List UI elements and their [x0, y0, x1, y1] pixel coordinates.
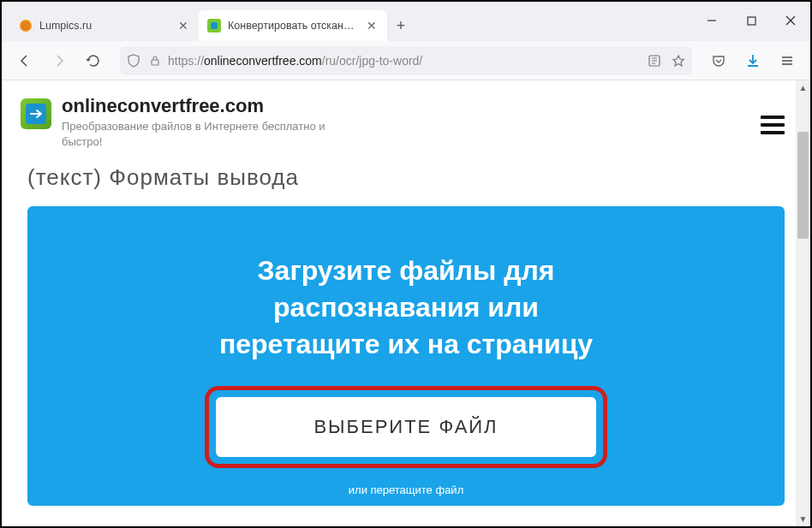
convert-favicon-icon — [207, 19, 221, 33]
orange-favicon-icon — [19, 19, 33, 33]
close-icon[interactable]: ✕ — [365, 19, 379, 33]
maximize-button[interactable] — [731, 2, 771, 39]
select-file-button[interactable]: ВЫБЕРИТЕ ФАЙЛ — [216, 397, 596, 457]
minimize-button[interactable] — [692, 2, 731, 39]
site-tagline: Преобразование файлов в Интернете беспла… — [62, 119, 353, 150]
close-window-button[interactable] — [771, 2, 810, 39]
reader-icon[interactable] — [648, 54, 661, 68]
svg-rect-8 — [152, 60, 158, 65]
tab-lumpics[interactable]: Lumpics.ru ✕ — [10, 10, 199, 41]
tab-convert[interactable]: Конвертировать отсканирован ✕ — [199, 10, 387, 41]
window-controls — [692, 2, 810, 41]
partial-heading: (текст) Форматы вывода — [2, 164, 810, 196]
scroll-down-icon[interactable]: ▼ — [796, 512, 810, 526]
downloads-icon[interactable] — [738, 46, 767, 75]
tab-title: Конвертировать отсканирован — [228, 20, 358, 32]
app-menu-icon[interactable] — [773, 46, 802, 75]
back-button[interactable] — [10, 46, 39, 75]
pocket-icon[interactable] — [704, 46, 733, 75]
site-logo-icon — [21, 98, 51, 129]
site-header: onlineconvertfree.com Преобразование фай… — [2, 80, 810, 164]
highlight-annotation: ВЫБЕРИТЕ ФАЙЛ — [205, 386, 607, 468]
svg-rect-3 — [211, 22, 218, 29]
browser-title-bar: Lumpics.ru ✕ Конвертировать отсканирован… — [2, 2, 810, 41]
site-name: onlineconvertfree.com — [62, 95, 353, 117]
lock-icon[interactable] — [149, 55, 161, 67]
upload-area[interactable]: Загрузите файлы для распознавания или пе… — [27, 206, 785, 506]
plus-icon: + — [397, 17, 406, 35]
url-text: https://onlineconvertfree.com/ru/ocr/jpg… — [168, 54, 641, 68]
url-prefix: https:// — [168, 54, 204, 68]
vertical-scrollbar[interactable]: ▲ ▼ — [796, 80, 810, 526]
page-content: onlineconvertfree.com Преобразование фай… — [2, 80, 810, 526]
svg-rect-5 — [748, 17, 755, 25]
drag-hint: или перетащите файл — [53, 484, 759, 496]
address-bar[interactable]: https://onlineconvertfree.com/ru/ocr/jpg… — [120, 46, 692, 75]
url-path: /ru/ocr/jpg-to-word/ — [322, 54, 422, 68]
tab-strip: Lumpics.ru ✕ Конвертировать отсканирован… — [10, 2, 415, 41]
forward-button[interactable] — [45, 46, 74, 75]
scroll-thumb[interactable] — [797, 132, 809, 239]
bookmark-icon[interactable] — [672, 54, 685, 68]
site-menu-button[interactable] — [761, 111, 785, 139]
site-logo-block[interactable]: onlineconvertfree.com Преобразование фай… — [21, 95, 353, 150]
reload-button[interactable] — [79, 46, 108, 75]
upload-title: Загрузите файлы для распознавания или пе… — [149, 252, 663, 364]
url-domain: onlineconvertfree.com — [204, 54, 322, 68]
browser-toolbar: https://onlineconvertfree.com/ru/ocr/jpg… — [2, 41, 810, 80]
tab-title: Lumpics.ru — [39, 20, 170, 32]
svg-point-1 — [21, 21, 31, 31]
new-tab-button[interactable]: + — [387, 10, 415, 41]
shield-icon[interactable] — [127, 54, 140, 68]
scroll-up-icon[interactable]: ▲ — [796, 80, 810, 95]
close-icon[interactable]: ✕ — [176, 19, 190, 33]
